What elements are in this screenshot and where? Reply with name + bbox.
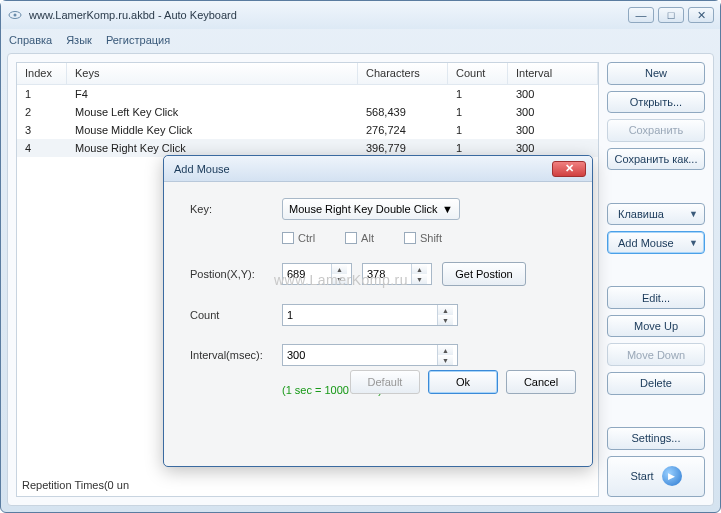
cancel-button[interactable]: Cancel xyxy=(506,370,576,394)
alt-checkbox[interactable]: Alt xyxy=(345,232,374,244)
default-button[interactable]: Default xyxy=(350,370,420,394)
col-index[interactable]: Index xyxy=(17,63,67,84)
table-header: Index Keys Characters Count Interval xyxy=(17,63,598,85)
count-label: Count xyxy=(190,309,272,321)
count-input[interactable]: ▲▼ xyxy=(282,304,458,326)
add-mouse-button[interactable]: Add Mouse▼ xyxy=(607,231,705,254)
col-keys[interactable]: Keys xyxy=(67,63,358,84)
spin-down-icon[interactable]: ▼ xyxy=(438,315,453,325)
svg-point-1 xyxy=(14,14,17,17)
table-row[interactable]: 3 Mouse Middle Key Click 276,724 1 300 xyxy=(17,121,598,139)
key-button[interactable]: Клавиша▼ xyxy=(607,203,705,226)
menu-language[interactable]: Язык xyxy=(66,34,92,46)
start-button[interactable]: Start▶ xyxy=(607,456,705,497)
spin-up-icon[interactable]: ▲ xyxy=(438,305,453,315)
dialog-titlebar: Add Mouse ✕ xyxy=(164,156,592,182)
add-mouse-dialog: Add Mouse ✕ Key: Mouse Right Key Double … xyxy=(163,155,593,467)
dialog-title: Add Mouse xyxy=(170,163,552,175)
position-label: Postion(X,Y): xyxy=(190,268,272,280)
spin-down-icon[interactable]: ▼ xyxy=(332,274,347,284)
new-button[interactable]: New xyxy=(607,62,705,85)
spin-up-icon[interactable]: ▲ xyxy=(412,264,427,274)
caret-down-icon: ▼ xyxy=(689,238,698,248)
window-title: www.LamerKomp.ru.akbd - Auto Keyboard xyxy=(29,9,628,21)
col-characters[interactable]: Characters xyxy=(358,63,448,84)
table-row[interactable]: 1 F4 1 300 xyxy=(17,85,598,103)
interval-input[interactable]: ▲▼ xyxy=(282,344,458,366)
shift-checkbox[interactable]: Shift xyxy=(404,232,442,244)
movedown-button[interactable]: Move Down xyxy=(607,343,705,366)
titlebar: www.LamerKomp.ru.akbd - Auto Keyboard — … xyxy=(1,1,720,29)
position-x-input[interactable]: ▲▼ xyxy=(282,263,352,285)
app-icon xyxy=(7,7,23,23)
caret-down-icon: ▼ xyxy=(689,209,698,219)
play-icon: ▶ xyxy=(662,466,682,486)
key-label: Key: xyxy=(190,203,272,215)
ok-button[interactable]: Ok xyxy=(428,370,498,394)
open-button[interactable]: Открыть... xyxy=(607,91,705,114)
main-window: www.LamerKomp.ru.akbd - Auto Keyboard — … xyxy=(0,0,721,513)
key-select[interactable]: Mouse Right Key Double Click ▼ xyxy=(282,198,460,220)
menu-register[interactable]: Регистрация xyxy=(106,34,170,46)
position-y-input[interactable]: ▲▼ xyxy=(362,263,432,285)
spin-down-icon[interactable]: ▼ xyxy=(438,355,453,365)
menubar: Справка Язык Регистрация xyxy=(1,29,720,51)
get-position-button[interactable]: Get Postion xyxy=(442,262,526,286)
delete-button[interactable]: Delete xyxy=(607,372,705,395)
minimize-button[interactable]: — xyxy=(628,7,654,23)
spin-down-icon[interactable]: ▼ xyxy=(412,274,427,284)
spin-up-icon[interactable]: ▲ xyxy=(438,345,453,355)
settings-button[interactable]: Settings... xyxy=(607,427,705,450)
caret-down-icon: ▼ xyxy=(442,203,453,215)
spin-up-icon[interactable]: ▲ xyxy=(332,264,347,274)
ctrl-checkbox[interactable]: Ctrl xyxy=(282,232,315,244)
repetition-label: Repetition Times(0 un xyxy=(22,479,129,491)
close-button[interactable]: ✕ xyxy=(688,7,714,23)
moveup-button[interactable]: Move Up xyxy=(607,315,705,338)
edit-button[interactable]: Edit... xyxy=(607,286,705,309)
dialog-close-button[interactable]: ✕ xyxy=(552,161,586,177)
table-row[interactable]: 2 Mouse Left Key Click 568,439 1 300 xyxy=(17,103,598,121)
menu-help[interactable]: Справка xyxy=(9,34,52,46)
col-interval[interactable]: Interval xyxy=(508,63,598,84)
col-count[interactable]: Count xyxy=(448,63,508,84)
save-button[interactable]: Сохранить xyxy=(607,119,705,142)
interval-label: Interval(msec): xyxy=(190,349,272,361)
button-column: New Открыть... Сохранить Сохранить как..… xyxy=(607,62,705,497)
saveas-button[interactable]: Сохранить как... xyxy=(607,148,705,171)
maximize-button[interactable]: □ xyxy=(658,7,684,23)
